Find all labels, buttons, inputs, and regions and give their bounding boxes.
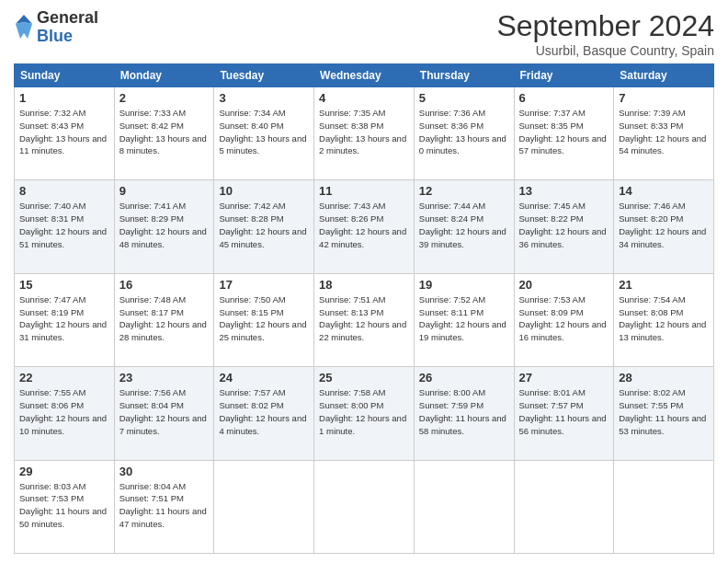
- day-number: 27: [519, 371, 609, 385]
- page: General Blue September 2024 Usurbil, Bas…: [0, 0, 728, 563]
- table-cell: 27 Sunrise: 8:01 AMSunset: 7:57 PMDaylig…: [514, 367, 614, 460]
- table-cell: 11 Sunrise: 7:43 AMSunset: 8:26 PMDaylig…: [314, 180, 415, 273]
- day-number: 24: [219, 371, 309, 385]
- day-info: Sunrise: 7:33 AMSunset: 8:42 PMDaylight:…: [119, 108, 207, 155]
- day-number: 8: [19, 184, 109, 198]
- logo-blue: Blue: [37, 28, 98, 46]
- day-info: Sunrise: 7:41 AMSunset: 8:29 PMDaylight:…: [119, 201, 207, 248]
- day-info: Sunrise: 7:36 AMSunset: 8:36 PMDaylight:…: [419, 108, 506, 155]
- day-number: 5: [419, 91, 509, 105]
- table-cell: [314, 460, 415, 553]
- table-row: 15 Sunrise: 7:47 AMSunset: 8:19 PMDaylig…: [15, 273, 714, 366]
- table-cell: 10 Sunrise: 7:42 AMSunset: 8:28 PMDaylig…: [214, 180, 314, 273]
- day-number: 7: [619, 91, 709, 105]
- day-info: Sunrise: 8:03 AMSunset: 7:53 PMDaylight:…: [19, 481, 107, 529]
- day-number: 30: [119, 465, 210, 478]
- table-cell: 12 Sunrise: 7:44 AMSunset: 8:24 PMDaylig…: [414, 180, 514, 273]
- day-number: 9: [119, 184, 210, 198]
- table-cell: 15 Sunrise: 7:47 AMSunset: 8:19 PMDaylig…: [15, 273, 115, 366]
- day-info: Sunrise: 7:37 AMSunset: 8:35 PMDaylight:…: [519, 108, 607, 155]
- table-cell: 29 Sunrise: 8:03 AMSunset: 7:53 PMDaylig…: [15, 460, 115, 553]
- table-row: 22 Sunrise: 7:55 AMSunset: 8:06 PMDaylig…: [15, 367, 714, 460]
- table-cell: 3 Sunrise: 7:34 AMSunset: 8:40 PMDayligh…: [214, 87, 314, 180]
- day-info: Sunrise: 7:51 AMSunset: 8:13 PMDaylight:…: [319, 294, 406, 342]
- day-info: Sunrise: 7:35 AMSunset: 8:38 PMDaylight:…: [319, 108, 406, 155]
- day-info: Sunrise: 8:00 AMSunset: 7:59 PMDaylight:…: [419, 387, 506, 435]
- table-cell: 1 Sunrise: 7:32 AMSunset: 8:43 PMDayligh…: [15, 87, 115, 180]
- day-info: Sunrise: 8:01 AMSunset: 7:57 PMDaylight:…: [519, 387, 607, 435]
- table-cell: 18 Sunrise: 7:51 AMSunset: 8:13 PMDaylig…: [314, 273, 415, 366]
- col-friday: Friday: [514, 64, 614, 87]
- day-info: Sunrise: 7:45 AMSunset: 8:22 PMDaylight:…: [519, 201, 607, 248]
- day-number: 21: [619, 278, 709, 292]
- col-sunday: Sunday: [15, 64, 115, 87]
- calendar-table: Sunday Monday Tuesday Wednesday Thursday…: [14, 63, 714, 554]
- day-number: 4: [319, 91, 409, 105]
- table-cell: 2 Sunrise: 7:33 AMSunset: 8:42 PMDayligh…: [114, 87, 214, 180]
- day-number: 14: [619, 184, 709, 198]
- day-number: 23: [119, 371, 210, 385]
- table-cell: 16 Sunrise: 7:48 AMSunset: 8:17 PMDaylig…: [114, 273, 214, 366]
- day-info: Sunrise: 7:58 AMSunset: 8:00 PMDaylight:…: [319, 387, 406, 435]
- table-cell: 7 Sunrise: 7:39 AMSunset: 8:33 PMDayligh…: [614, 87, 714, 180]
- day-number: 17: [219, 278, 309, 292]
- table-cell: 8 Sunrise: 7:40 AMSunset: 8:31 PMDayligh…: [15, 180, 115, 273]
- table-cell: [214, 460, 314, 553]
- col-saturday: Saturday: [614, 64, 714, 87]
- logo: General Blue: [14, 9, 98, 46]
- day-number: 20: [519, 278, 609, 292]
- table-cell: 21 Sunrise: 7:54 AMSunset: 8:08 PMDaylig…: [614, 273, 714, 366]
- day-info: Sunrise: 7:52 AMSunset: 8:11 PMDaylight:…: [419, 294, 506, 342]
- table-cell: 26 Sunrise: 8:00 AMSunset: 7:59 PMDaylig…: [414, 367, 514, 460]
- day-number: 10: [219, 184, 309, 198]
- table-row: 1 Sunrise: 7:32 AMSunset: 8:43 PMDayligh…: [15, 87, 714, 180]
- header-row: Sunday Monday Tuesday Wednesday Thursday…: [15, 64, 714, 87]
- day-number: 26: [419, 371, 509, 385]
- day-info: Sunrise: 7:53 AMSunset: 8:09 PMDaylight:…: [519, 294, 607, 342]
- col-tuesday: Tuesday: [214, 64, 314, 87]
- col-thursday: Thursday: [414, 64, 514, 87]
- table-cell: 13 Sunrise: 7:45 AMSunset: 8:22 PMDaylig…: [514, 180, 614, 273]
- day-number: 18: [319, 278, 409, 292]
- day-number: 22: [19, 371, 109, 385]
- day-number: 29: [19, 465, 109, 478]
- location: Usurbil, Basque Country, Spain: [496, 43, 714, 58]
- table-cell: 23 Sunrise: 7:56 AMSunset: 8:04 PMDaylig…: [114, 367, 214, 460]
- day-info: Sunrise: 7:54 AMSunset: 8:08 PMDaylight:…: [619, 294, 706, 342]
- day-info: Sunrise: 7:55 AMSunset: 8:06 PMDaylight:…: [19, 387, 107, 435]
- table-cell: 30 Sunrise: 8:04 AMSunset: 7:51 PMDaylig…: [114, 460, 214, 553]
- day-info: Sunrise: 7:34 AMSunset: 8:40 PMDaylight:…: [219, 108, 306, 155]
- day-info: Sunrise: 7:40 AMSunset: 8:31 PMDaylight:…: [19, 201, 107, 248]
- day-number: 1: [19, 91, 109, 105]
- table-cell: 20 Sunrise: 7:53 AMSunset: 8:09 PMDaylig…: [514, 273, 614, 366]
- table-cell: 19 Sunrise: 7:52 AMSunset: 8:11 PMDaylig…: [414, 273, 514, 366]
- day-info: Sunrise: 7:47 AMSunset: 8:19 PMDaylight:…: [19, 294, 107, 342]
- table-row: 8 Sunrise: 7:40 AMSunset: 8:31 PMDayligh…: [15, 180, 714, 273]
- svg-marker-1: [16, 22, 32, 39]
- col-monday: Monday: [114, 64, 214, 87]
- day-info: Sunrise: 8:02 AMSunset: 7:55 PMDaylight:…: [619, 387, 706, 435]
- day-number: 3: [219, 91, 309, 105]
- table-cell: 22 Sunrise: 7:55 AMSunset: 8:06 PMDaylig…: [15, 367, 115, 460]
- day-number: 25: [319, 371, 409, 385]
- day-info: Sunrise: 7:57 AMSunset: 8:02 PMDaylight:…: [219, 387, 306, 435]
- day-info: Sunrise: 8:04 AMSunset: 7:51 PMDaylight:…: [119, 481, 207, 529]
- day-number: 2: [119, 91, 210, 105]
- col-wednesday: Wednesday: [314, 64, 415, 87]
- table-cell: 25 Sunrise: 7:58 AMSunset: 8:00 PMDaylig…: [314, 367, 415, 460]
- table-cell: 9 Sunrise: 7:41 AMSunset: 8:29 PMDayligh…: [114, 180, 214, 273]
- day-number: 13: [519, 184, 609, 198]
- header: General Blue September 2024 Usurbil, Bas…: [14, 9, 714, 58]
- table-cell: 17 Sunrise: 7:50 AMSunset: 8:15 PMDaylig…: [214, 273, 314, 366]
- table-cell: 28 Sunrise: 8:02 AMSunset: 7:55 PMDaylig…: [614, 367, 714, 460]
- day-info: Sunrise: 7:50 AMSunset: 8:15 PMDaylight:…: [219, 294, 306, 342]
- day-info: Sunrise: 7:48 AMSunset: 8:17 PMDaylight:…: [119, 294, 207, 342]
- day-number: 12: [419, 184, 509, 198]
- day-info: Sunrise: 7:56 AMSunset: 8:04 PMDaylight:…: [119, 387, 207, 435]
- table-cell: 4 Sunrise: 7:35 AMSunset: 8:38 PMDayligh…: [314, 87, 415, 180]
- day-info: Sunrise: 7:44 AMSunset: 8:24 PMDaylight:…: [419, 201, 506, 248]
- table-cell: 14 Sunrise: 7:46 AMSunset: 8:20 PMDaylig…: [614, 180, 714, 273]
- day-number: 19: [419, 278, 509, 292]
- title-block: September 2024 Usurbil, Basque Country, …: [496, 9, 714, 58]
- day-number: 11: [319, 184, 409, 198]
